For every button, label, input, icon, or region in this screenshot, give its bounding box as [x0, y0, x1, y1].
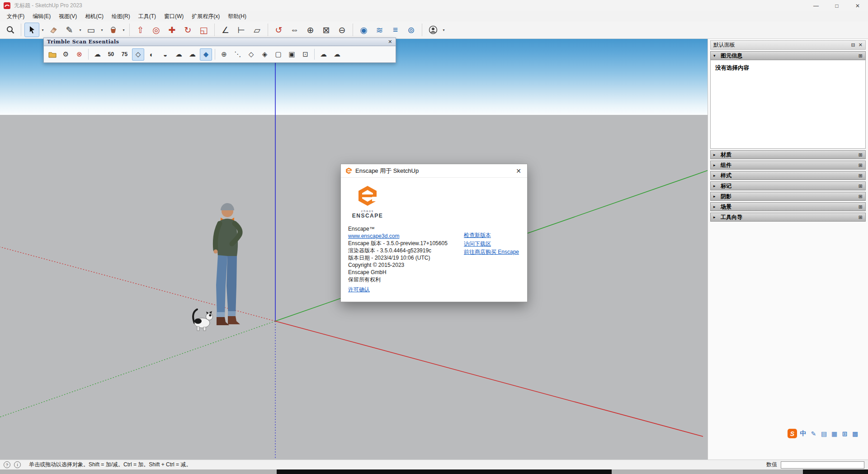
- paint-bucket-tool-icon[interactable]: [105, 23, 120, 37]
- push-pull-tool-icon[interactable]: ⇧: [133, 23, 148, 37]
- tape-measure-tool-icon[interactable]: ∠: [218, 23, 233, 37]
- sogou-logo-icon[interactable]: S: [788, 429, 797, 438]
- limit-cube-icon[interactable]: ▢: [272, 48, 284, 61]
- section-window-icon[interactable]: ⊞: [859, 214, 863, 220]
- open-scan-icon[interactable]: [46, 48, 58, 61]
- density-75-icon[interactable]: 75: [118, 48, 131, 61]
- person-figure[interactable]: [190, 200, 251, 333]
- scale-tool-icon[interactable]: ◱: [196, 23, 211, 37]
- section-shadows[interactable]: ▸ 阴影 ⊞: [710, 192, 866, 201]
- dialog-close-icon[interactable]: ✕: [512, 164, 525, 178]
- add-point-icon[interactable]: ⊕: [218, 48, 230, 61]
- downloads-link[interactable]: 访问下载区: [464, 240, 519, 248]
- account-dropdown-icon[interactable]: ▾: [441, 23, 446, 37]
- cloud-upload-icon[interactable]: ☁: [331, 48, 343, 61]
- select-tool-icon[interactable]: [24, 23, 39, 37]
- cloud-color-icon[interactable]: ◆: [200, 48, 212, 61]
- menu-window[interactable]: 窗口(W): [160, 11, 188, 22]
- check-updates-link[interactable]: 检查新版本: [464, 231, 519, 240]
- scan-settings-icon[interactable]: ⚙: [60, 48, 72, 61]
- section-entity-info[interactable]: ▾ 图元信息 ⊞: [710, 51, 866, 60]
- pan-tool-icon[interactable]: ⇔: [287, 23, 302, 37]
- credits-info-icon[interactable]: i: [14, 461, 21, 468]
- trimble-close-icon[interactable]: ✕: [388, 39, 392, 45]
- menu-extensions[interactable]: 扩展程序(x): [188, 11, 224, 22]
- cloud-hide-icon[interactable]: ☁: [173, 48, 185, 61]
- section-window-icon[interactable]: ⊞: [859, 173, 863, 179]
- point-cloud-convert-icon[interactable]: ☁: [91, 48, 104, 61]
- ime-toolbox-icon[interactable]: ▩: [851, 429, 859, 438]
- limit-box-icon[interactable]: ◇: [245, 48, 257, 61]
- store-link[interactable]: 前往商店购买 Enscape: [464, 248, 519, 256]
- website-link[interactable]: www.enscape3d.com: [348, 233, 399, 239]
- cloud-download-icon[interactable]: ☁: [317, 48, 330, 61]
- menu-camera[interactable]: 相机(C): [81, 11, 108, 22]
- line-tool-dropdown-icon[interactable]: ▾: [78, 23, 83, 37]
- scan-disable-icon[interactable]: ⊗: [73, 48, 85, 61]
- opacity-full-icon[interactable]: ◇: [132, 48, 144, 61]
- limit-cube-grid-icon[interactable]: ▣: [286, 48, 298, 61]
- trimble-toolbar-titlebar[interactable]: Trimble Scan Essentials ✕: [43, 38, 396, 46]
- offset-tool-icon[interactable]: ◎: [149, 23, 164, 37]
- section-materials[interactable]: ▸ 材质 ⊞: [710, 150, 866, 159]
- section-window-icon[interactable]: ⊞: [859, 53, 863, 59]
- dimension-tool-icon[interactable]: ⊢: [234, 23, 249, 37]
- menu-edit[interactable]: 编辑(E): [28, 11, 55, 22]
- maximize-button[interactable]: □: [826, 0, 847, 11]
- limit-clip-icon[interactable]: ⊡: [299, 48, 311, 61]
- limit-box-fill-icon[interactable]: ◈: [259, 48, 271, 61]
- section-styles[interactable]: ▸ 样式 ⊞: [710, 171, 866, 180]
- ime-keyboard-icon[interactable]: ▤: [820, 429, 828, 438]
- select-tool-dropdown-icon[interactable]: ▾: [40, 23, 45, 37]
- paint-tool-dropdown-icon[interactable]: ▾: [121, 23, 126, 37]
- geolocation-help-icon[interactable]: ?: [4, 461, 10, 468]
- close-button[interactable]: ✕: [847, 0, 868, 11]
- enscape-views-icon[interactable]: ≡: [388, 23, 403, 37]
- section-window-icon[interactable]: ⊞: [859, 152, 863, 158]
- zoom-extents-tool-icon[interactable]: ⊠: [319, 23, 334, 37]
- enscape-start-icon[interactable]: ◉: [356, 23, 371, 37]
- menu-draw[interactable]: 绘图(R): [108, 11, 134, 22]
- density-50-icon[interactable]: 50: [105, 48, 117, 61]
- license-link[interactable]: 许可确认: [348, 286, 370, 293]
- section-components[interactable]: ▸ 组件 ⊞: [710, 161, 866, 170]
- tray-close-icon[interactable]: ✕: [859, 42, 863, 48]
- move-tool-icon[interactable]: ✚: [165, 23, 179, 37]
- orbit-tool-icon[interactable]: ↺: [271, 23, 286, 37]
- section-tags[interactable]: ▸ 标记 ⊞: [710, 181, 866, 190]
- measurement-input[interactable]: [781, 461, 864, 469]
- menu-tools[interactable]: 工具(T): [134, 11, 160, 22]
- ime-language-icon[interactable]: 中: [799, 429, 807, 438]
- ime-pen-icon[interactable]: ✎: [809, 429, 818, 438]
- ime-symbols-icon[interactable]: ▦: [830, 429, 839, 438]
- section-window-icon[interactable]: ⊞: [859, 204, 863, 210]
- dialog-titlebar[interactable]: Enscape 用于 SketchUp ✕: [341, 164, 527, 178]
- section-scenes[interactable]: ▸ 场景 ⊞: [710, 202, 866, 211]
- opacity-pattern-icon[interactable]: ◒: [159, 48, 171, 61]
- section-window-icon[interactable]: ⊞: [859, 183, 863, 189]
- enscape-web-icon[interactable]: ⊚: [404, 23, 419, 37]
- minimize-button[interactable]: —: [806, 0, 826, 11]
- zoom-window-icon[interactable]: [3, 23, 18, 37]
- shapes-tool-dropdown-icon[interactable]: ▾: [99, 23, 104, 37]
- menu-file[interactable]: 文件(F): [3, 11, 28, 22]
- section-plane-tool-icon[interactable]: ▱: [250, 23, 264, 37]
- section-window-icon[interactable]: ⊞: [859, 194, 863, 199]
- cloud-update-icon[interactable]: ☁: [186, 48, 198, 61]
- enscape-sync-icon[interactable]: ≋: [372, 23, 387, 37]
- opacity-half-icon[interactable]: ◐: [146, 48, 158, 61]
- shapes-tool-icon[interactable]: ▭: [84, 23, 99, 37]
- zoom-tool-icon[interactable]: ⊕: [303, 23, 318, 37]
- polyline-from-cloud-icon[interactable]: ⋱: [231, 48, 244, 61]
- eraser-tool-icon[interactable]: [46, 23, 61, 37]
- menu-help[interactable]: 帮助(H): [224, 11, 250, 22]
- zoom-previous-tool-icon[interactable]: ⊖: [335, 23, 349, 37]
- rotate-tool-icon[interactable]: ↻: [180, 23, 195, 37]
- account-icon[interactable]: [425, 23, 440, 37]
- ime-clipboard-icon[interactable]: ⊞: [840, 429, 849, 438]
- line-tool-icon[interactable]: ✎: [62, 23, 77, 37]
- section-instructor[interactable]: ▸ 工具向导 ⊞: [710, 213, 866, 222]
- section-window-icon[interactable]: ⊞: [859, 162, 863, 168]
- tray-titlebar[interactable]: 默认面板 ⊟ ✕: [710, 40, 866, 50]
- menu-view[interactable]: 视图(V): [55, 11, 81, 22]
